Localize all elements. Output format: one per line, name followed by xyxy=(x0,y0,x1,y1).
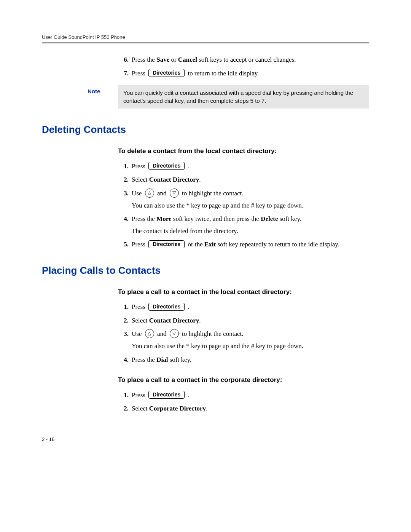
step-body: Use △ and ▽ to highlight the contact. Yo… xyxy=(132,189,369,211)
text: . xyxy=(199,176,201,183)
text: or the xyxy=(186,241,204,248)
header-rule xyxy=(42,42,369,43)
text: to highlight the contact. xyxy=(180,330,244,337)
text: and xyxy=(156,190,168,197)
text: Select xyxy=(132,176,149,183)
bold: Corporate Directory xyxy=(149,405,206,412)
step-number: 2. xyxy=(118,175,129,185)
step-number: 2. xyxy=(118,404,129,414)
text: You can also use the * key to page up an… xyxy=(132,201,369,211)
task-heading: To delete a contact from the local conta… xyxy=(118,146,369,156)
text: . xyxy=(206,405,207,412)
text: and xyxy=(156,330,168,337)
step-7: 7. Press Directories to return to the id… xyxy=(118,69,369,78)
task-heading: To place a call to a contact in the corp… xyxy=(118,375,369,385)
up-arrow-icon: △ xyxy=(145,189,154,198)
text: Select xyxy=(132,317,149,324)
step-number: 1. xyxy=(118,302,129,312)
bold: Dial xyxy=(156,356,168,363)
step-number: 1. xyxy=(118,161,129,171)
text: soft key. xyxy=(278,215,301,222)
delete-step-2: 2. Select Contact Directory. xyxy=(118,175,369,185)
text: The contact is deleted from the director… xyxy=(132,226,369,236)
delete-step-3: 3. Use △ and ▽ to highlight the contact.… xyxy=(118,189,369,211)
text: Use xyxy=(132,330,143,337)
step-number: 4. xyxy=(118,214,129,224)
bold: Exit xyxy=(204,241,216,248)
text: You can also use the * key to page up an… xyxy=(132,341,369,351)
bold: Save xyxy=(156,56,169,63)
text: Use xyxy=(132,190,143,197)
text: . xyxy=(199,317,201,324)
text: Press xyxy=(132,163,147,170)
step-number: 3. xyxy=(118,189,129,198)
text: Press xyxy=(132,391,147,399)
step-body: Press Directories . xyxy=(132,390,369,400)
step-number: 6. xyxy=(118,55,129,65)
text: . xyxy=(186,163,190,170)
step-body: Press the Dial soft key. xyxy=(132,355,369,365)
step-6: 6. Press the Save or Cancel soft keys to… xyxy=(118,55,369,65)
corp-step-2: 2. Select Corporate Directory. xyxy=(118,404,369,414)
step-number: 5. xyxy=(118,240,129,249)
running-header: User Guide SoundPoint IP 550 Phone xyxy=(42,34,369,40)
text: soft keys to accept or cancel changes. xyxy=(197,56,296,63)
text: soft key. xyxy=(168,356,191,363)
note-box: You can quickly edit a contact associate… xyxy=(118,85,369,109)
text: Press the xyxy=(132,356,156,363)
text: Press the xyxy=(132,56,156,63)
text: Press xyxy=(132,303,147,310)
directories-button-icon: Directories xyxy=(148,391,185,399)
step-body: Press Directories . xyxy=(132,161,369,171)
text: Press the xyxy=(132,215,156,222)
bold: More xyxy=(156,215,171,222)
text: to return to the idle display. xyxy=(186,70,259,77)
step-number: 4. xyxy=(118,355,129,365)
bold: Cancel xyxy=(178,56,197,63)
step-body: Select Corporate Directory. xyxy=(132,404,369,414)
page: User Guide SoundPoint IP 550 Phone 6. Pr… xyxy=(0,0,411,465)
top-steps-block: 6. Press the Save or Cancel soft keys to… xyxy=(118,55,369,78)
step-body: Use △ and ▽ to highlight the contact. Yo… xyxy=(132,329,369,351)
down-arrow-icon: ▽ xyxy=(170,189,179,198)
bold: Contact Directory xyxy=(149,176,199,183)
text: soft key twice, and then press the xyxy=(172,215,261,222)
text: Select xyxy=(132,405,149,412)
delete-block: To delete a contact from the local conta… xyxy=(118,146,369,249)
text: Press xyxy=(132,241,147,248)
text: to highlight the contact. xyxy=(180,190,244,197)
delete-step-1: 1. Press Directories . xyxy=(118,161,369,171)
step-number: 2. xyxy=(118,316,129,326)
section-title-placing: Placing Calls to Contacts xyxy=(42,265,369,276)
step-body: Press the Save or Cancel soft keys to ac… xyxy=(132,55,369,65)
step-number: 7. xyxy=(118,69,129,78)
delete-step-4: 4. Press the More soft key twice, and th… xyxy=(118,214,369,236)
step-body: Select Contact Directory. xyxy=(132,175,369,185)
step-body: Press Directories to return to the idle … xyxy=(132,69,369,78)
step-number: 3. xyxy=(118,329,129,339)
local-step-3: 3. Use △ and ▽ to highlight the contact.… xyxy=(118,329,369,351)
place-local-block: To place a call to a contact in the loca… xyxy=(118,287,369,414)
bold: Delete xyxy=(261,215,278,222)
note-label: Note xyxy=(88,85,118,94)
up-arrow-icon: △ xyxy=(145,329,154,338)
directories-button-icon: Directories xyxy=(148,162,185,170)
local-step-2: 2. Select Contact Directory. xyxy=(118,316,369,326)
delete-step-5: 5. Press Directories or the Exit soft ke… xyxy=(118,240,369,249)
directories-button-icon: Directories xyxy=(148,240,185,248)
step-body: Select Contact Directory. xyxy=(132,316,369,326)
note-row: Note You can quickly edit a contact asso… xyxy=(88,85,369,109)
text: or xyxy=(169,56,178,63)
local-step-1: 1. Press Directories . xyxy=(118,302,369,312)
text: . xyxy=(186,391,190,399)
bold: Contact Directory xyxy=(149,317,199,324)
corp-step-1: 1. Press Directories . xyxy=(118,390,369,400)
step-body: Press Directories . xyxy=(132,302,369,312)
directories-button-icon: Directories xyxy=(148,303,185,311)
down-arrow-icon: ▽ xyxy=(170,329,179,338)
text: . xyxy=(186,303,190,310)
directories-button-icon: Directories xyxy=(148,69,185,77)
task-heading: To place a call to a contact in the loca… xyxy=(118,287,369,297)
section-title-deleting: Deleting Contacts xyxy=(42,124,369,136)
local-step-4: 4. Press the Dial soft key. xyxy=(118,355,369,365)
